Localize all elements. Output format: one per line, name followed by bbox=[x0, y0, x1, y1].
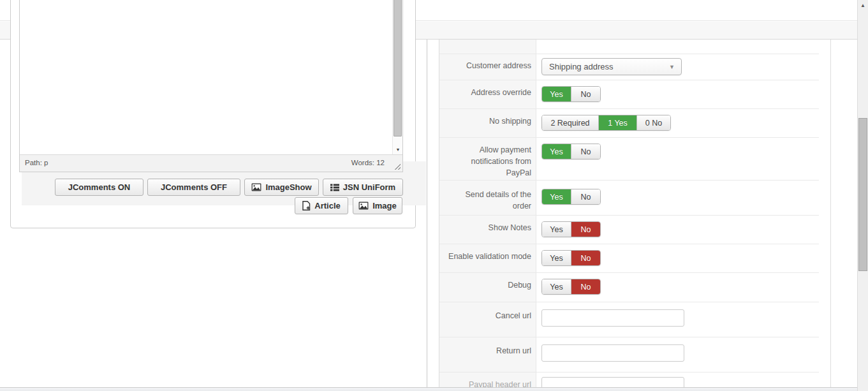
show-notes-toggle: Yes No bbox=[541, 221, 601, 237]
no-shipping-button-group: 2 Required 1 Yes 0 No bbox=[541, 115, 671, 131]
toggle-yes-button[interactable]: Yes bbox=[542, 251, 571, 265]
cancel-url-input[interactable] bbox=[541, 309, 684, 327]
option-1-yes-button[interactable]: 1 Yes bbox=[599, 115, 637, 130]
pane-divider bbox=[427, 40, 427, 391]
bottom-edge-strip bbox=[0, 387, 857, 391]
settings-row-show-notes: Show Notes Yes No bbox=[439, 216, 830, 244]
toggle-no-button[interactable]: No bbox=[571, 279, 600, 294]
field-label: Customer address bbox=[439, 54, 536, 80]
article-button[interactable]: Article bbox=[295, 197, 348, 214]
chevron-down-icon: ▼ bbox=[669, 64, 675, 70]
jcomments-off-button[interactable]: JComments OFF bbox=[147, 179, 240, 196]
editor-scrollbar[interactable]: ▼ bbox=[392, 0, 402, 156]
toggle-no-button[interactable]: No bbox=[571, 144, 600, 159]
image-button[interactable]: Image bbox=[353, 197, 402, 214]
settings-row-customer-address: Customer address Shipping address ▼ bbox=[439, 54, 830, 80]
settings-row-payment-notifications: Allow payment notifications from PayPal … bbox=[439, 138, 830, 181]
payment-notifications-toggle: Yes No bbox=[541, 144, 601, 159]
field-label: Cancel url bbox=[439, 302, 536, 337]
editor-statusbar: Path: p Words: 12 bbox=[20, 154, 402, 172]
customer-address-select[interactable]: Shipping address ▼ bbox=[541, 58, 682, 75]
imageshow-button[interactable]: ImageShow bbox=[244, 179, 319, 196]
toggle-yes-button[interactable]: Yes bbox=[542, 189, 571, 204]
page-scrollbar-thumb[interactable] bbox=[858, 118, 867, 271]
resize-grip[interactable] bbox=[394, 163, 401, 170]
toggle-no-button[interactable]: No bbox=[571, 189, 600, 204]
editor-content-area[interactable] bbox=[20, 0, 393, 156]
settings-row-no-shipping: No shipping 2 Required 1 Yes 0 No bbox=[439, 109, 830, 138]
wysiwyg-editor: ▼ Path: p Words: 12 bbox=[19, 0, 403, 172]
field-label: Address override bbox=[439, 80, 536, 109]
option-2-required-button[interactable]: 2 Required bbox=[542, 115, 599, 130]
toggle-yes-button[interactable]: Yes bbox=[542, 222, 571, 237]
jsn-uniform-button[interactable]: JSN UniForm bbox=[323, 179, 403, 196]
jcomments-on-button[interactable]: JComments ON bbox=[55, 179, 143, 196]
settings-row-return-url: Return url bbox=[439, 337, 830, 373]
editor-xtd-buttons-row2: Article Image bbox=[295, 197, 402, 214]
scroll-up-arrow-icon[interactable]: ▲ bbox=[858, 3, 868, 8]
settings-row-address-override: Address override Yes No bbox=[439, 80, 830, 109]
scroll-down-arrow-icon[interactable]: ▼ bbox=[393, 147, 403, 152]
send-details-toggle: Yes No bbox=[541, 189, 601, 205]
field-label: Return url bbox=[439, 337, 536, 373]
toggle-no-button[interactable]: No bbox=[571, 87, 600, 101]
toggle-no-button[interactable]: No bbox=[571, 222, 600, 237]
image-icon bbox=[358, 202, 369, 210]
toggle-yes-button[interactable]: Yes bbox=[542, 279, 571, 294]
editor-scrollbar-thumb[interactable] bbox=[394, 0, 402, 136]
editor-path-label: Path: p bbox=[25, 159, 48, 166]
toggle-yes-button[interactable]: Yes bbox=[542, 144, 571, 159]
field-label: No shipping bbox=[439, 109, 536, 138]
field-label: Show Notes bbox=[439, 216, 536, 244]
address-override-toggle: Yes No bbox=[541, 86, 601, 102]
settings-row-partial bbox=[439, 40, 830, 54]
article-icon bbox=[302, 201, 311, 210]
admin-page: POWERADMIN Site Users Menus Content Comp… bbox=[0, 0, 868, 391]
settings-panel: Customer address Shipping address ▼ Addr… bbox=[439, 40, 831, 391]
toggle-yes-button[interactable]: Yes bbox=[542, 87, 571, 101]
field-label: Enable validation mode bbox=[439, 244, 536, 273]
toggle-no-button[interactable]: No bbox=[571, 251, 600, 265]
field-label: Debug bbox=[439, 273, 536, 302]
image-icon bbox=[251, 183, 261, 191]
editor-xtd-buttons-row1: JComments ON JComments OFF ImageShow JSN… bbox=[55, 179, 403, 196]
return-url-input[interactable] bbox=[541, 344, 684, 362]
settings-row-debug: Debug Yes No bbox=[439, 273, 830, 302]
debug-toggle: Yes No bbox=[541, 279, 601, 295]
page-scrollbar[interactable]: ▲ bbox=[857, 0, 868, 391]
field-label: Send details of the order bbox=[439, 181, 536, 216]
validation-mode-toggle: Yes No bbox=[541, 250, 601, 266]
field-label: Allow payment notifications from PayPal bbox=[439, 138, 536, 181]
settings-row-cancel-url: Cancel url bbox=[439, 302, 830, 337]
editor-word-count: Words: 12 bbox=[351, 159, 385, 166]
list-icon bbox=[330, 184, 339, 191]
settings-row-validation-mode: Enable validation mode Yes No bbox=[439, 244, 830, 273]
settings-row-send-details: Send details of the order Yes No bbox=[439, 181, 830, 216]
option-0-no-button[interactable]: 0 No bbox=[637, 115, 670, 130]
